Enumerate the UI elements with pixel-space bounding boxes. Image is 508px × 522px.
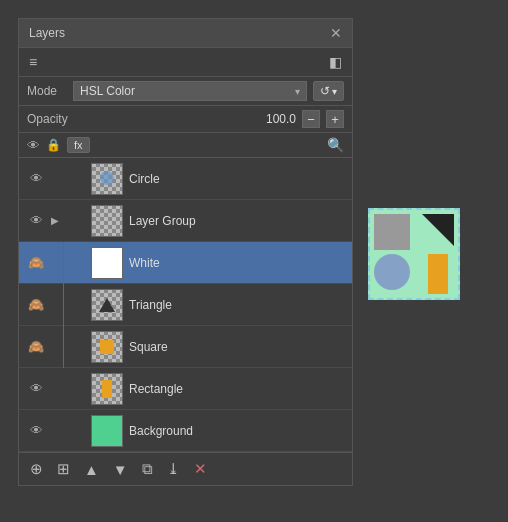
- opacity-label: Opacity: [27, 112, 77, 126]
- layer-visibility-rectangle[interactable]: 👁: [25, 381, 47, 396]
- layer-thumb-background: [91, 415, 123, 447]
- move-down-btn[interactable]: ▼: [108, 458, 133, 481]
- layers-list: 👁 Circle 👁 ▶: [19, 158, 352, 452]
- layer-item-group[interactable]: 👁 ▶ Layer Group: [19, 200, 352, 242]
- layer-name-group: Layer Group: [129, 214, 346, 228]
- merge-btn[interactable]: ⤓: [162, 457, 185, 481]
- svg-rect-1: [374, 214, 410, 250]
- bottom-toolbar: ⊕ ⊞ ▲ ▼ ⧉ ⤓ ✕: [19, 452, 352, 485]
- layer-visibility-circle[interactable]: 👁: [25, 171, 47, 186]
- layer-item-square[interactable]: 🙈 Square: [19, 326, 352, 368]
- filter-row: 👁 🔒 fx 🔍: [19, 133, 352, 158]
- eye-hidden-icon: 🙈: [28, 297, 44, 312]
- search-icon[interactable]: 🔍: [327, 137, 344, 153]
- mode-dropdown-arrow: ▾: [295, 86, 300, 97]
- layer-thumb-rectangle: [91, 373, 123, 405]
- opacity-minus-btn[interactable]: −: [302, 110, 320, 128]
- panel-title-bar: Layers ✕: [19, 19, 352, 48]
- svg-rect-4: [428, 254, 448, 294]
- opacity-value[interactable]: 100.0: [83, 112, 296, 126]
- layer-name-square: Square: [129, 340, 346, 354]
- layer-name-rectangle: Rectangle: [129, 382, 346, 396]
- layer-item-white[interactable]: 🙈 White: [19, 242, 352, 284]
- move-up-btn[interactable]: ▲: [79, 458, 104, 481]
- lock-filter-icon[interactable]: 🔒: [46, 138, 61, 152]
- layers-icon-btn[interactable]: ≡: [25, 52, 41, 72]
- eye-icon: 👁: [30, 171, 43, 186]
- layer-thumb-group: [91, 205, 123, 237]
- layer-item[interactable]: 👁 Circle: [19, 158, 352, 200]
- mode-select[interactable]: HSL Color ▾: [73, 81, 307, 101]
- mode-row: Mode HSL Color ▾ ↺ ▾: [19, 77, 352, 106]
- panel-title: Layers: [29, 26, 65, 40]
- expand-icon[interactable]: ▶: [51, 215, 59, 226]
- layer-visibility-group[interactable]: 👁: [25, 213, 47, 228]
- duplicate-btn[interactable]: ⧉: [137, 457, 158, 481]
- layer-thumb-triangle: [91, 289, 123, 321]
- layer-visibility-triangle[interactable]: 🙈: [25, 297, 47, 312]
- layer-item-triangle[interactable]: 🙈 Triangle: [19, 284, 352, 326]
- eye-icon: 👁: [30, 423, 43, 438]
- fx-button[interactable]: fx: [67, 137, 90, 153]
- eye-hidden-icon: 🙈: [28, 255, 44, 270]
- close-button[interactable]: ✕: [330, 25, 342, 41]
- layer-item-background[interactable]: 👁 Background: [19, 410, 352, 452]
- layer-visibility-square[interactable]: 🙈: [25, 339, 47, 354]
- layer-thumb-square: [91, 331, 123, 363]
- layer-name-background: Background: [129, 424, 346, 438]
- layer-item-rectangle[interactable]: 👁 Rectangle: [19, 368, 352, 410]
- new-layer-btn[interactable]: ⊕: [25, 457, 48, 481]
- reset-arrow: ▾: [332, 86, 337, 97]
- layer-name-white: White: [129, 256, 346, 270]
- icon-toolbar: ≡ ◧: [19, 48, 352, 77]
- preview-area: [368, 208, 460, 300]
- svg-point-3: [374, 254, 410, 290]
- opacity-row: Opacity 100.0 − +: [19, 106, 352, 133]
- reset-mode-btn[interactable]: ↺ ▾: [313, 81, 344, 101]
- eye-icon: 👁: [30, 213, 43, 228]
- layer-thumb-white: [91, 247, 123, 279]
- reset-icon: ↺: [320, 84, 330, 98]
- layer-name-circle: Circle: [129, 172, 346, 186]
- eye-icon: 👁: [30, 381, 43, 396]
- new-group-btn[interactable]: ⊞: [52, 457, 75, 481]
- visibility-filter-icon[interactable]: 👁: [27, 138, 40, 153]
- mode-value: HSL Color: [80, 84, 295, 98]
- eye-hidden-icon: 🙈: [28, 339, 44, 354]
- delete-btn[interactable]: ✕: [189, 457, 212, 481]
- layer-visibility-background[interactable]: 👁: [25, 423, 47, 438]
- layer-thumb-circle: [91, 163, 123, 195]
- layer-name-triangle: Triangle: [129, 298, 346, 312]
- opacity-plus-btn[interactable]: +: [326, 110, 344, 128]
- layer-visibility-white[interactable]: 🙈: [25, 255, 47, 270]
- preview-svg: [370, 210, 458, 298]
- mode-label: Mode: [27, 84, 67, 98]
- panel-menu-btn[interactable]: ◧: [325, 52, 346, 72]
